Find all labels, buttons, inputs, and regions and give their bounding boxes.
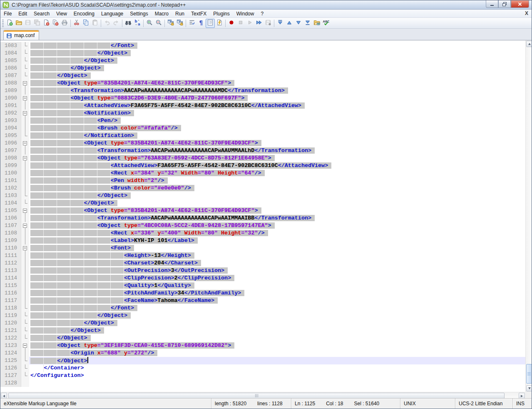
code-line[interactable]: 1106 <Transformation>AACAPwAAAAAAAAAAACA… xyxy=(0,214,525,222)
menu-run[interactable]: Run xyxy=(172,10,188,17)
code-line[interactable]: 1101 <Pen width="2"/> xyxy=(0,177,525,185)
fold-collapse-box[interactable] xyxy=(21,207,29,214)
nav-next-button[interactable] xyxy=(294,19,303,28)
replace-button[interactable]: ba xyxy=(133,19,142,28)
cut-button[interactable] xyxy=(72,19,81,28)
code-line[interactable]: 1088 <Object type="835B4201-A874-4E62-81… xyxy=(0,80,525,87)
horizontal-scrollbar-thumb[interactable] xyxy=(8,393,505,399)
menu-textfx[interactable]: TextFX xyxy=(188,10,210,17)
explorer-button[interactable] xyxy=(312,19,321,28)
code-text[interactable]: </Object> xyxy=(29,334,525,342)
save-macro-button[interactable] xyxy=(264,19,273,28)
code-line[interactable]: 1109 <Label>KYH-IP 101</Label> xyxy=(0,237,525,244)
toolbar-gripper[interactable] xyxy=(2,20,4,27)
code-line[interactable]: 1121 </Object> xyxy=(0,327,525,334)
code-text[interactable]: </Font> xyxy=(29,42,525,50)
scroll-up-button[interactable] xyxy=(526,41,532,47)
code-line[interactable]: 1112 <Charset>204</Charset> xyxy=(0,259,525,267)
fold-collapse-box[interactable] xyxy=(21,140,29,147)
code-text[interactable]: <FaceName>Tahoma</FaceName> xyxy=(29,297,525,304)
code-text[interactable]: <Pen/> xyxy=(29,117,525,125)
code-line[interactable]: 1116 <PitchAndFamily>34</PitchAndFamily> xyxy=(0,289,525,297)
menubar-close-document-button[interactable]: X xyxy=(525,10,528,16)
tab-map-conf[interactable]: map.conf xyxy=(3,30,39,40)
menu-encoding[interactable]: Encoding xyxy=(70,10,98,17)
nav-last-button[interactable] xyxy=(303,19,312,28)
code-text[interactable]: <Font> xyxy=(29,244,525,252)
fold-collapse-box[interactable] xyxy=(21,342,29,349)
save-button[interactable] xyxy=(23,19,32,28)
code-text[interactable]: <Pen width="2"/> xyxy=(29,177,525,185)
code-text[interactable]: <Label>KYH-IP 101</Label> xyxy=(29,237,525,244)
code-text[interactable]: <OutPrecision>3</OutPrecision> xyxy=(29,267,525,274)
word-wrap-button[interactable] xyxy=(187,19,196,28)
code-text[interactable]: <AttachedView>F3A65F75-A5FF-4542-84E7-90… xyxy=(29,162,525,170)
code-line[interactable]: 1100 <Rect x="384" y="32" Width="80" Hei… xyxy=(0,170,525,177)
code-line[interactable]: 1123 <Object type="3EF18F3D-CEA0-415E-87… xyxy=(0,342,525,349)
code-line[interactable]: 1103 </Object> xyxy=(0,192,525,200)
code-text[interactable]: <Charset>204</Charset> xyxy=(29,259,525,267)
code-text[interactable]: </Object> xyxy=(29,72,525,80)
menu-file[interactable]: File xyxy=(0,10,15,17)
undo-button[interactable] xyxy=(102,19,112,28)
stop-macro-button[interactable] xyxy=(236,19,245,28)
fold-collapse-box[interactable] xyxy=(21,95,29,102)
code-line[interactable]: 1120 </Object> xyxy=(0,319,525,327)
close-button[interactable] xyxy=(511,0,529,8)
code-text[interactable]: <Rect x="384" y="32" Width="80" Height="… xyxy=(29,170,525,177)
code-text[interactable]: </Object> xyxy=(29,327,525,334)
fold-collapse-box[interactable] xyxy=(21,80,29,87)
code-text[interactable]: </Object> xyxy=(29,357,525,364)
code-line[interactable]: 1126 </Container> xyxy=(0,364,525,372)
code-text[interactable]: <Object type="835B4201-A874-4E62-811C-37… xyxy=(29,140,525,147)
code-text[interactable] xyxy=(29,379,525,387)
code-text[interactable]: <Transformation>AACAPwAAAAAAAAAAACAPwAAU… xyxy=(29,147,525,155)
code-text[interactable]: <ClipPrecision>2</ClipPrecision> xyxy=(29,274,525,282)
code-line[interactable]: 1107 <Object type="4BC0C08A-5CC2-4DE8-94… xyxy=(0,222,525,229)
code-text[interactable]: </Notification> xyxy=(29,132,525,140)
close-file-button[interactable] xyxy=(42,19,51,28)
code-line[interactable]: 1089 <Transformation>AACAPwAAAAAAAAAAACA… xyxy=(0,87,525,95)
redo-button[interactable] xyxy=(112,19,121,28)
code-line[interactable]: 1124 <Origin x="688" y="272"/> xyxy=(0,349,525,357)
code-text[interactable]: </Configuration> xyxy=(29,372,525,379)
code-line[interactable]: 1119 </Object> xyxy=(0,312,525,319)
code-text[interactable]: <Transformation>AACAPwAAAAAAAAAAACAPwAAA… xyxy=(29,87,525,95)
menu-help[interactable]: ? xyxy=(257,10,267,17)
code-line[interactable]: 1085 </Object> xyxy=(0,57,525,65)
zoom-in-button[interactable] xyxy=(145,19,154,28)
code-line[interactable]: 1095 </Notification> xyxy=(0,132,525,140)
fold-collapse-box[interactable] xyxy=(21,244,29,252)
code-line[interactable]: 1115 <Quality>1</Quality> xyxy=(0,282,525,289)
code-line[interactable]: 1092 <Notification> xyxy=(0,110,525,117)
code-line[interactable]: 1104 </Object> xyxy=(0,200,525,207)
code-line[interactable]: 1091 <AttachedView>F3A65F75-A5FF-4542-84… xyxy=(0,102,525,110)
code-text[interactable]: <PitchAndFamily>34</PitchAndFamily> xyxy=(29,289,525,297)
fold-collapse-box[interactable] xyxy=(21,222,29,229)
new-file-button[interactable] xyxy=(5,19,14,28)
code-text[interactable]: <Notification> xyxy=(29,110,525,117)
code-line[interactable]: 1098 <Object type="763A83E7-0592-4DCC-8D… xyxy=(0,155,525,162)
menu-plugins[interactable]: Plugins xyxy=(210,10,233,17)
code-text[interactable]: <Brush color="#fafafa"/> xyxy=(29,125,525,132)
sync-vertical-button[interactable] xyxy=(166,19,175,28)
code-line[interactable]: 1117 <FaceName>Tahoma</FaceName> xyxy=(0,297,525,304)
code-line[interactable]: 1105 <Object type="835B4201-A874-4E62-81… xyxy=(0,207,525,214)
code-text[interactable]: </Object> xyxy=(29,50,525,57)
code-line[interactable]: 1096 <Object type="835B4201-A874-4E62-81… xyxy=(0,140,525,147)
code-line[interactable]: 1083 </Font> xyxy=(0,42,525,50)
spell-check-button[interactable]: ABC xyxy=(321,19,331,28)
code-text[interactable]: <Object type="3EF18F3D-CEA0-415E-8710-68… xyxy=(29,342,525,349)
code-text[interactable]: <Brush color="#e0e0e0"/> xyxy=(29,185,525,192)
restore-button[interactable] xyxy=(498,0,511,8)
nav-first-button[interactable] xyxy=(276,19,285,28)
code-text[interactable]: </Object> xyxy=(29,192,525,200)
menu-language[interactable]: Language xyxy=(98,10,127,17)
code-text[interactable]: <Quality>1</Quality> xyxy=(29,282,525,289)
code-line[interactable]: 1086 </Object> xyxy=(0,65,525,72)
code-text[interactable]: <Object type="763A83E7-0592-4DCC-8D75-81… xyxy=(29,155,525,162)
record-macro-button[interactable] xyxy=(227,19,236,28)
copy-button[interactable] xyxy=(81,19,90,28)
code-line[interactable]: 1110 <Font> xyxy=(0,244,525,252)
code-line[interactable]: 1122 </Object> xyxy=(0,334,525,342)
